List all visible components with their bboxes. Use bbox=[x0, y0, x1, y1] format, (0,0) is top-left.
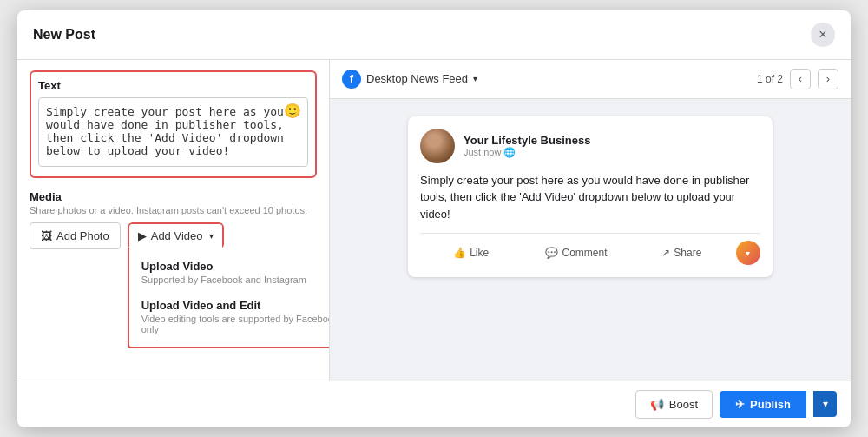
avatar bbox=[420, 129, 455, 163]
share-label: Share bbox=[674, 247, 701, 259]
color-button[interactable]: ▾ bbox=[736, 241, 760, 265]
author-info: Your Lifestyle Business Just now 🌐 bbox=[464, 134, 590, 158]
publish-button[interactable]: ✈ Publish bbox=[720, 391, 806, 418]
publish-dropdown-button[interactable]: ▾ bbox=[813, 391, 837, 417]
upload-video-edit-title: Upload Video and Edit bbox=[141, 299, 330, 312]
video-dropdown: Upload Video Supported by Facebook and I… bbox=[128, 248, 330, 348]
comment-icon: 💬 bbox=[545, 247, 558, 259]
add-photo-label: Add Photo bbox=[56, 229, 109, 242]
nav-count: 1 of 2 bbox=[757, 73, 783, 85]
upload-video-subtitle: Supported by Facebook and Instagram bbox=[141, 275, 330, 285]
chevron-down-icon: ▾ bbox=[209, 231, 214, 241]
boost-label: Boost bbox=[669, 398, 698, 411]
post-text: Simply create your post here as you woul… bbox=[420, 172, 760, 223]
preview-header: f Desktop News Feed ▾ 1 of 2 ‹ › bbox=[330, 60, 851, 99]
add-video-wrapper: ▶ Add Video ▾ Upload Video Supported by … bbox=[128, 222, 225, 249]
add-photo-button[interactable]: 🖼 Add Photo bbox=[30, 222, 121, 249]
media-buttons: 🖼 Add Photo ▶ Add Video ▾ Uploa bbox=[30, 222, 317, 249]
upload-video-item[interactable]: Upload Video Supported by Facebook and I… bbox=[129, 253, 330, 292]
share-button[interactable]: ↗ Share bbox=[631, 242, 733, 263]
left-panel: Text 🙂 Media Share photos or a video. In… bbox=[17, 60, 330, 381]
emoji-icon[interactable]: 🙂 bbox=[284, 103, 301, 119]
like-icon: 👍 bbox=[453, 247, 466, 259]
modal-header: New Post × bbox=[17, 10, 851, 60]
nav-next-button[interactable]: › bbox=[818, 69, 838, 89]
add-video-label: Add Video bbox=[151, 229, 203, 242]
video-icon: ▶ bbox=[138, 229, 147, 242]
preview-nav: 1 of 2 ‹ › bbox=[757, 69, 838, 89]
text-label: Text bbox=[38, 79, 308, 92]
comment-label: Comment bbox=[562, 247, 607, 259]
upload-video-edit-subtitle: Video editing tools are supported by Fac… bbox=[141, 314, 330, 334]
modal-body: Text 🙂 Media Share photos or a video. In… bbox=[17, 60, 851, 381]
publish-label: Publish bbox=[750, 398, 791, 411]
comment-button[interactable]: 💬 Comment bbox=[525, 242, 627, 263]
text-area-wrapper: 🙂 bbox=[38, 97, 308, 169]
preview-selector-label: Desktop News Feed bbox=[366, 72, 468, 85]
post-text-input[interactable] bbox=[38, 97, 308, 167]
add-video-button[interactable]: ▶ Add Video ▾ bbox=[129, 224, 223, 248]
new-post-modal: New Post × Text 🙂 Media Share photos or bbox=[17, 10, 851, 427]
preview-selector[interactable]: f Desktop News Feed ▾ bbox=[342, 70, 477, 89]
media-label: Media bbox=[30, 190, 317, 203]
post-actions: 👍 Like 💬 Comment ↗ Share bbox=[420, 233, 760, 265]
avatar-image bbox=[420, 129, 455, 163]
post-time: Just now 🌐 bbox=[464, 147, 590, 158]
text-section: Text 🙂 bbox=[30, 70, 317, 178]
facebook-icon: f bbox=[342, 70, 361, 89]
preview-content: Your Lifestyle Business Just now 🌐 Simpl… bbox=[330, 99, 851, 381]
preview-chevron-icon: ▾ bbox=[473, 74, 477, 83]
like-label: Like bbox=[470, 247, 489, 259]
media-section: Media Share photos or a video. Instagram… bbox=[30, 190, 317, 260]
publish-chevron-icon: ▾ bbox=[823, 398, 828, 410]
share-icon: ↗ bbox=[661, 247, 670, 259]
globe-icon: 🌐 bbox=[503, 147, 516, 158]
media-sublabel: Share photos or a video. Instagram posts… bbox=[30, 205, 317, 215]
like-button[interactable]: 👍 Like bbox=[420, 242, 522, 263]
right-panel: f Desktop News Feed ▾ 1 of 2 ‹ › bbox=[330, 60, 851, 381]
boost-icon: 📢 bbox=[650, 398, 664, 411]
boost-button[interactable]: 📢 Boost bbox=[635, 390, 713, 419]
modal-overlay: New Post × Text 🙂 Media Share photos or bbox=[0, 0, 868, 437]
publish-icon: ✈ bbox=[735, 398, 745, 411]
modal-footer: 📢 Boost ✈ Publish ▾ bbox=[17, 381, 851, 427]
author-name: Your Lifestyle Business bbox=[464, 134, 590, 147]
upload-video-edit-item[interactable]: Upload Video and Edit Video editing tool… bbox=[129, 292, 330, 341]
photo-icon: 🖼 bbox=[41, 229, 52, 242]
chevron-icon: ▾ bbox=[746, 248, 750, 258]
nav-prev-button[interactable]: ‹ bbox=[790, 69, 811, 89]
upload-video-title: Upload Video bbox=[141, 260, 330, 273]
close-button[interactable]: × bbox=[811, 23, 835, 47]
modal-title: New Post bbox=[33, 27, 95, 43]
post-card: Your Lifestyle Business Just now 🌐 Simpl… bbox=[408, 116, 773, 278]
post-author: Your Lifestyle Business Just now 🌐 bbox=[420, 129, 760, 163]
